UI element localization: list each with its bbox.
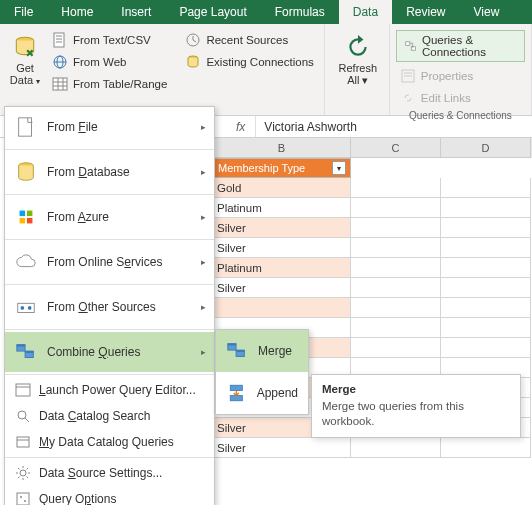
tooltip-body: Merge two queries from this workbook.	[322, 399, 510, 429]
table-row[interactable]: Silver	[213, 238, 531, 258]
tab-insert[interactable]: Insert	[107, 0, 165, 24]
menu-catalog-search[interactable]: Data Catalog Search	[5, 403, 214, 429]
col-header-c[interactable]: C	[351, 138, 441, 158]
cell[interactable]: Platinum	[213, 198, 351, 218]
filter-dropdown-icon[interactable]: ▾	[332, 161, 346, 175]
cell[interactable]	[441, 438, 531, 458]
tab-view[interactable]: View	[460, 0, 514, 24]
cell[interactable]	[441, 258, 531, 278]
cell[interactable]	[441, 298, 531, 318]
submenu-merge[interactable]: Merge	[216, 330, 308, 372]
svg-point-41	[20, 496, 22, 498]
combine-submenu: Merge Append	[215, 329, 309, 415]
cell[interactable]: Silver	[213, 218, 351, 238]
cell[interactable]	[351, 298, 441, 318]
cell[interactable]	[351, 238, 441, 258]
cell[interactable]	[441, 198, 531, 218]
ribbon: Get Data ▾ From Text/CSV From Web From T…	[0, 24, 532, 116]
cell[interactable]	[351, 218, 441, 238]
col-header-d[interactable]: D	[441, 138, 531, 158]
refresh-all-button[interactable]: Refresh All ▾	[333, 28, 383, 86]
tab-review[interactable]: Review	[392, 0, 459, 24]
svg-point-39	[20, 470, 26, 476]
from-text-csv-button[interactable]: From Text/CSV	[48, 30, 171, 50]
svg-rect-47	[230, 385, 242, 390]
cell[interactable]: Platinum	[213, 258, 351, 278]
cell[interactable]	[213, 298, 351, 318]
table-row[interactable]	[213, 298, 531, 318]
svg-rect-22	[20, 211, 25, 217]
options-icon	[15, 491, 31, 505]
table-row[interactable]: Silver	[213, 218, 531, 238]
cell[interactable]	[351, 178, 441, 198]
table-row[interactable]: Platinum	[213, 258, 531, 278]
cell[interactable]	[441, 278, 531, 298]
tooltip-merge: Merge Merge two queries from this workbo…	[311, 374, 521, 438]
cell[interactable]	[351, 258, 441, 278]
existing-connections-button[interactable]: Existing Connections	[181, 52, 317, 72]
svg-rect-31	[17, 345, 25, 347]
cell[interactable]	[441, 218, 531, 238]
web-icon	[52, 54, 68, 70]
menu-query-options[interactable]: Query Options	[5, 486, 214, 505]
svg-point-35	[18, 411, 26, 419]
menu-combine-queries[interactable]: Combine Queries▸	[5, 332, 214, 372]
svg-rect-15	[406, 42, 410, 45]
table-row[interactable]: Gold	[213, 178, 531, 198]
cell[interactable]: Silver	[213, 438, 351, 458]
tab-formulas[interactable]: Formulas	[261, 0, 339, 24]
tab-home[interactable]: Home	[47, 0, 107, 24]
menu-from-online[interactable]: From Online Services▸	[5, 242, 214, 282]
cell[interactable]	[441, 338, 531, 358]
table-row[interactable]: Silver	[213, 438, 531, 458]
cell[interactable]	[441, 178, 531, 198]
properties-icon	[400, 68, 416, 84]
edit-links-icon	[400, 90, 416, 106]
menu-from-azure[interactable]: From Azure▸	[5, 197, 214, 237]
menu-from-file[interactable]: From File▸	[5, 107, 214, 147]
get-data-button[interactable]: Get Data ▾	[6, 28, 44, 113]
recent-sources-button[interactable]: Recent Sources	[181, 30, 317, 50]
cell[interactable]	[441, 238, 531, 258]
cell[interactable]	[351, 438, 441, 458]
edit-links-button: Edit Links	[396, 88, 525, 108]
menu-from-other[interactable]: From Other Sources▸	[5, 287, 214, 327]
from-table-range-button[interactable]: From Table/Range	[48, 74, 171, 94]
table-header-membership[interactable]: Membership Type ▾	[213, 158, 351, 178]
from-web-button[interactable]: From Web	[48, 52, 171, 72]
cell[interactable]	[351, 198, 441, 218]
svg-rect-33	[16, 384, 30, 396]
tab-page-layout[interactable]: Page Layout	[165, 0, 260, 24]
azure-icon	[15, 206, 37, 228]
cell[interactable]	[351, 318, 441, 338]
svg-rect-46	[236, 350, 244, 352]
table-row[interactable]: Platinum	[213, 198, 531, 218]
menu-ds-settings[interactable]: Data Source Settings...	[5, 460, 214, 486]
tab-file[interactable]: File	[0, 0, 47, 24]
settings-icon	[15, 465, 31, 481]
cell[interactable]: Silver	[213, 278, 351, 298]
tab-data[interactable]: Data	[339, 0, 392, 24]
text-csv-icon	[52, 32, 68, 48]
fx-label[interactable]: fx	[226, 116, 256, 137]
cell[interactable]	[351, 338, 441, 358]
svg-rect-16	[411, 47, 415, 50]
svg-rect-45	[228, 344, 236, 346]
queries-connections-button[interactable]: Queries & Connections	[396, 30, 525, 62]
tooltip-title: Merge	[322, 383, 510, 395]
refresh-icon	[345, 34, 371, 60]
combine-icon	[15, 341, 37, 363]
menu-my-catalog[interactable]: My Data Catalog Queries	[5, 429, 214, 455]
cell[interactable]	[441, 318, 531, 338]
submenu-append[interactable]: Append	[216, 372, 308, 414]
formula-value[interactable]: Victoria Ashworth	[256, 120, 365, 134]
svg-rect-26	[18, 303, 35, 312]
col-header-b[interactable]: B	[213, 138, 351, 158]
cell[interactable]: Gold	[213, 178, 351, 198]
cell[interactable]	[351, 278, 441, 298]
menu-launch-pq[interactable]: Launch Power Query Editor...	[5, 377, 214, 403]
menu-from-database[interactable]: From Database▸	[5, 152, 214, 192]
cell[interactable]: Silver	[213, 238, 351, 258]
table-row[interactable]: Silver	[213, 278, 531, 298]
svg-point-28	[28, 306, 32, 310]
